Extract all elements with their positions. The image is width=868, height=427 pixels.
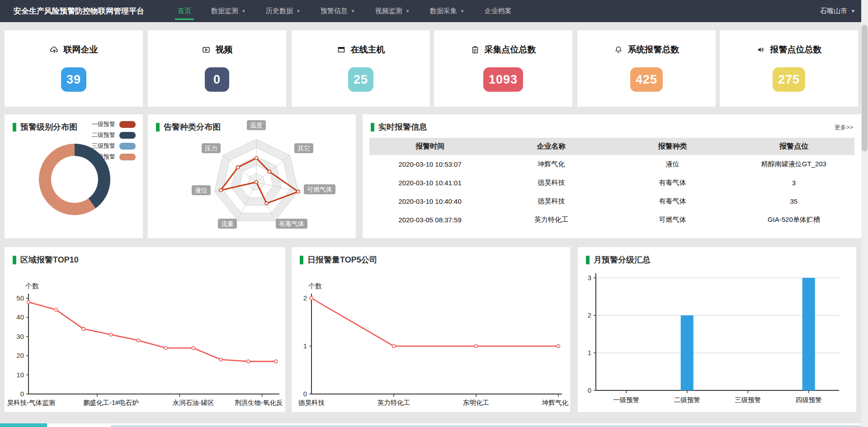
dashboard-page: 安全生产风险预警防控物联网管理平台 首页数据监测▼历史数据▼预警信息▼视频监测▼… <box>0 0 868 427</box>
warning-level-card: 预警级别分布图 一级预警二级预警三级预警四级预警 <box>5 114 143 238</box>
svg-text:0: 0 <box>20 390 24 398</box>
column-header: 报警点位 <box>733 142 854 151</box>
nav-item[interactable]: 企业档案 <box>475 0 522 22</box>
svg-text:一级预警: 一级预警 <box>613 396 639 404</box>
chevron-down-icon: ▼ <box>351 9 355 14</box>
stat-value-badge: 39 <box>61 67 86 92</box>
data-point <box>192 347 195 350</box>
radar-data-point <box>255 156 258 160</box>
alarm-table-header: 报警时间企业名称报警种类报警点位 <box>369 138 854 155</box>
table-row: 2020-03-10 10:40:40德昊科技有毒气体35 <box>369 192 854 211</box>
data-point <box>27 300 30 304</box>
chevron-down-icon: ▼ <box>851 9 855 14</box>
nav-item[interactable]: 数据采集▼ <box>420 0 475 22</box>
nav-item[interactable]: 预警信息▼ <box>311 0 365 22</box>
table-cell: GIA-520单体贮槽 <box>733 216 854 224</box>
stat-value-badge: 275 <box>773 67 805 92</box>
nav-item-label: 预警信息 <box>321 7 348 15</box>
stat-card: 报警点位总数275 <box>720 30 858 107</box>
svg-text:0: 0 <box>588 386 591 394</box>
main-menu: 首页数据监测▼历史数据▼预警信息▼视频监测▼数据采集▼企业档案 <box>168 0 522 22</box>
radar-data-point <box>219 188 222 192</box>
app-title: 安全生产风险预警防控物联网管理平台 <box>14 6 144 16</box>
stat-card: 采集点位总数1093 <box>434 30 572 107</box>
region-selector[interactable]: 石嘴山市 ▼ <box>820 7 855 15</box>
radar-axis-label: 其它 <box>294 143 313 153</box>
svg-text:个数: 个数 <box>25 282 39 290</box>
svg-text:3: 3 <box>588 274 591 282</box>
column-header: 报警种类 <box>612 142 733 151</box>
chevron-down-icon: ▼ <box>296 9 301 14</box>
data-point <box>392 345 396 348</box>
svg-text:三级预警: 三级预警 <box>735 396 761 404</box>
radar-axis-label: 温度 <box>247 120 266 130</box>
table-cell: 可燃气体 <box>612 216 733 224</box>
stat-value-badge: 0 <box>205 67 229 92</box>
chevron-down-icon: ▼ <box>406 9 410 14</box>
page-scrollbar[interactable] <box>861 0 868 427</box>
table-cell: 精醇南罐液位GT_203 <box>733 160 854 169</box>
nav-item-label: 历史数据 <box>266 7 293 15</box>
data-point <box>82 327 85 330</box>
stat-card: 视频0 <box>148 30 286 107</box>
region-label: 石嘴山市 <box>820 7 847 15</box>
radar-axis-label: 可燃气体 <box>304 184 335 194</box>
svg-text:10: 10 <box>16 371 24 379</box>
data-point <box>219 358 222 361</box>
svg-text:鹏盛化工-1#电石炉: 鹏盛化工-1#电石炉 <box>83 399 138 406</box>
data-line <box>28 302 276 361</box>
table-cell: 3 <box>733 179 854 187</box>
footer-blue-strip <box>111 425 861 427</box>
region-top10-line-chart: 个数01020304050昊科技-气体监测鹏盛化工-1#电石炉永润石油-罐区荆洪… <box>5 247 285 412</box>
nav-item-label: 数据采集 <box>430 7 457 15</box>
stat-value-badge: 425 <box>630 67 663 92</box>
svg-text:2: 2 <box>303 294 307 302</box>
table-cell: 2020-03-10 10:40:40 <box>369 197 491 205</box>
table-cell: 有毒气体 <box>612 197 733 206</box>
stat-card: 在线主机25 <box>292 30 430 107</box>
svg-text:30: 30 <box>16 333 24 340</box>
video-icon <box>202 45 211 54</box>
more-link[interactable]: 更多>> <box>835 123 853 131</box>
svg-text:0: 0 <box>303 390 307 398</box>
radar-axis-label: 有毒气体 <box>276 219 307 229</box>
radar-data-point <box>268 170 271 173</box>
data-point <box>54 308 57 311</box>
table-cell: 液位 <box>612 160 733 169</box>
svg-text:20: 20 <box>16 352 24 359</box>
nav-item[interactable]: 数据监测▼ <box>201 0 256 22</box>
nav-item[interactable]: 视频监测▼ <box>365 0 420 22</box>
stat-card: 联网企业39 <box>5 30 143 107</box>
table-cell: 坤辉气化 <box>491 160 612 169</box>
stat-label: 报警点位总数 <box>770 44 822 56</box>
svg-text:二级预警: 二级预警 <box>674 396 700 404</box>
svg-text:2: 2 <box>588 311 591 319</box>
nav-item-label: 视频监测 <box>375 7 402 15</box>
nav-item[interactable]: 历史数据▼ <box>256 0 311 22</box>
stat-label: 联网企业 <box>64 44 98 56</box>
realtime-alarm-card: 实时报警信息 更多>> 报警时间企业名称报警种类报警点位 2020-03-10 … <box>363 114 861 238</box>
bar-二级预警 <box>681 315 693 390</box>
warning-level-donut-chart <box>5 114 143 238</box>
speaker-icon <box>756 45 765 54</box>
column-header: 企业名称 <box>491 142 612 151</box>
data-line <box>311 298 558 346</box>
table-cell: 35 <box>733 197 854 205</box>
table-row: 2020-03-05 08:37:59英力特化工可燃气体GIA-520单体贮槽 <box>369 211 854 229</box>
stat-value-badge: 1093 <box>483 67 523 92</box>
daily-top5-card: 日报警量TOP5公司 个数012德昊科技英力特化工东明化工坤辉气化 <box>292 247 570 412</box>
daily-top5-line-chart: 个数012德昊科技英力特化工东明化工坤辉气化 <box>292 247 570 412</box>
alarm-table-body: 2020-03-10 10:53:07坤辉气化液位精醇南罐液位GT_203202… <box>369 155 854 229</box>
bar-四级预警 <box>802 278 815 390</box>
nav-item[interactable]: 首页 <box>168 0 201 22</box>
scrollbar-thumb[interactable] <box>862 25 868 151</box>
table-cell: 2020-03-10 10:41:01 <box>369 179 491 187</box>
data-point <box>557 345 560 348</box>
radar-data-point <box>255 181 258 184</box>
table-row: 2020-03-10 10:53:07坤辉气化液位精醇南罐液位GT_203 <box>369 155 854 174</box>
alarm-table: 报警时间企业名称报警种类报警点位 2020-03-10 10:53:07坤辉气化… <box>369 138 854 229</box>
cloud-upload-icon <box>50 45 59 54</box>
column-header: 报警时间 <box>369 142 491 151</box>
data-point <box>247 360 250 363</box>
radar-data-point <box>297 190 300 193</box>
